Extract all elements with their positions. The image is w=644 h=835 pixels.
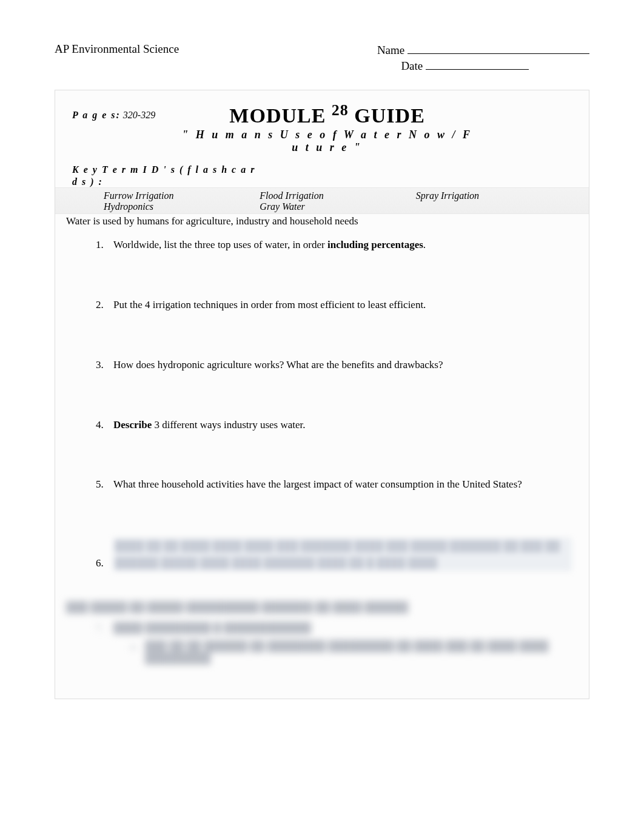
q-bold: Describe	[113, 419, 152, 431]
question-5: What three household activities have the…	[106, 478, 572, 492]
date-input-line[interactable]	[426, 58, 529, 70]
sub-list: ███ ██ ██ ██████ ██ ████████ █████████ █…	[140, 640, 572, 665]
q-bold: including percentages	[327, 239, 423, 250]
term: Spray Irrigation	[416, 190, 572, 201]
question-4: Describe 3 different ways industry uses …	[106, 418, 572, 432]
keyterms-label-line2: d s ) :	[72, 176, 103, 187]
name-field-wrap: Name	[377, 42, 589, 57]
q-text-post: .	[423, 239, 426, 250]
term: Furrow Irrigation	[104, 190, 260, 201]
question-2: Put the 4 irrigation techniques in order…	[106, 298, 572, 312]
term: Hydroponics	[104, 201, 260, 212]
name-input-line[interactable]	[408, 42, 589, 54]
q-text: Put the 4 irrigation techniques in order…	[113, 299, 426, 310]
question-list: Worldwide, list the three top uses of wa…	[106, 238, 572, 571]
pages-value: 320-329	[123, 110, 155, 120]
title-suffix: GUIDE	[349, 104, 425, 127]
course-title: AP Environmental Science	[55, 42, 179, 57]
keyterms-band: Furrow Irrigation Flood Irrigation Spray…	[55, 187, 589, 214]
section-heading-blur: ███ █████ ██ █████ ██████████ ███████ ██…	[66, 602, 572, 614]
keyterms-label: K e y T e r m I D ' s ( f l a s h c a r …	[72, 164, 572, 187]
q-text: How does hydroponic agriculture works? W…	[113, 359, 443, 371]
module-subtitle: " H u m a n s U s e o f W a t e r N o w …	[179, 129, 475, 154]
keyterms-label-line1: K e y T e r m I D ' s ( f l a s h c a r	[72, 164, 255, 175]
question-1: Worldwide, list the three top uses of wa…	[106, 238, 572, 252]
module-box: P a g e s: 320-329 MODULE 28 GUIDE " H u…	[55, 90, 589, 699]
q-text-blur: ████ █████████ █ ████████████	[113, 622, 311, 634]
term: Gray Water	[260, 201, 415, 212]
blurred-section: ███ █████ ██ █████ ██████████ ███████ ██…	[72, 602, 572, 665]
q-text: Worldwide, list the three top uses of wa…	[113, 239, 327, 250]
module-title: MODULE 28 GUIDE	[179, 101, 475, 127]
terms-row-1: Furrow Irrigation Flood Irrigation Spray…	[104, 190, 572, 201]
blurred-content: ████ ██ ██ ████ ████ ████ ███ ███████ ██…	[113, 538, 572, 571]
question-7a: ███ ██ ██ ██████ ██ ████████ █████████ █…	[140, 640, 572, 665]
question-6: ████ ██ ██ ████ ████ ████ ███ ███████ ██…	[106, 538, 572, 571]
q-text-post: 3 different ways industry uses water.	[152, 419, 305, 431]
q-text: What three household activities have the…	[113, 478, 522, 490]
title-number: 28	[332, 101, 349, 119]
name-label: Name	[377, 44, 404, 56]
question-7: ████ █████████ █ ████████████ ███ ██ ██ …	[106, 622, 572, 665]
term	[416, 201, 572, 212]
title-prefix: MODULE	[229, 104, 332, 127]
terms-row-2: Hydroponics Gray Water	[104, 201, 572, 212]
question-list-2: ████ █████████ █ ████████████ ███ ██ ██ …	[106, 622, 572, 665]
question-3: How does hydroponic agriculture works? W…	[106, 358, 572, 372]
pages: P a g e s: 320-329	[72, 101, 155, 121]
q-text-blur: ███ ██ ██ ██████ ██ ████████ █████████ █…	[145, 640, 548, 664]
pages-label: P a g e s:	[72, 110, 121, 120]
intro-text: Water is used by humans for agriculture,…	[66, 215, 572, 227]
date-label: Date	[401, 59, 423, 72]
term: Flood Irrigation	[260, 190, 415, 201]
